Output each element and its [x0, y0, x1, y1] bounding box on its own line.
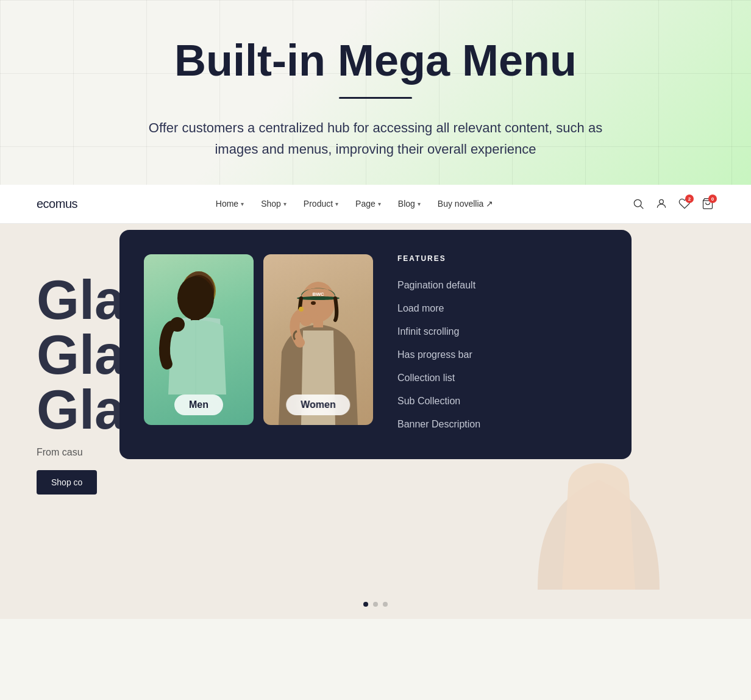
nav-item-product[interactable]: Product ▾ [304, 199, 338, 209]
features-title: FEATURES [397, 254, 607, 263]
logo-text: ecomus [37, 197, 77, 210]
nav-link-product[interactable]: Product ▾ [304, 199, 338, 209]
hero-line-3: Gla [37, 382, 125, 437]
hero-subtitle: Offer customers a centralized hub for ac… [144, 117, 607, 160]
mega-menu-features: FEATURES Pagination default Load more In… [391, 254, 607, 435]
svg-point-16 [300, 314, 312, 326]
dot-1[interactable] [363, 602, 368, 607]
cart-button[interactable]: 0 [701, 197, 714, 210]
hero-small-text: From casu [37, 447, 125, 458]
nav-item-home[interactable]: Home ▾ [216, 199, 244, 209]
feature-banner-description[interactable]: Banner Description [397, 414, 607, 435]
nav-menu: Home ▾ Shop ▾ Product ▾ Page ▾ Blog [216, 199, 493, 209]
svg-point-2 [660, 199, 664, 204]
nav-link-buy[interactable]: Buy novellia ↗ [438, 199, 493, 209]
nav-item-shop[interactable]: Shop ▾ [261, 199, 287, 209]
mega-menu-images: Men [144, 254, 373, 435]
svg-point-15 [311, 301, 316, 305]
hero-title: Built-in Mega Menu [49, 37, 702, 85]
cart-badge: 0 [708, 195, 717, 203]
women-card-label: Women [286, 395, 350, 415]
hero-divider [339, 97, 412, 99]
user-icon [655, 198, 667, 210]
dot-3[interactable] [383, 602, 388, 607]
menu-card-women[interactable]: BWC Women [263, 254, 373, 425]
search-icon [632, 198, 644, 210]
logo[interactable]: ecomus [37, 197, 77, 211]
feature-sub-collection[interactable]: Sub Collection [397, 391, 607, 412]
svg-point-0 [634, 199, 641, 207]
feature-load-more[interactable]: Load more [397, 298, 607, 319]
svg-text:BWC: BWC [312, 291, 324, 297]
svg-line-1 [641, 206, 644, 209]
feature-infinit-scrolling[interactable]: Infinit scrolling [397, 321, 607, 342]
nav-item-page[interactable]: Page ▾ [355, 199, 381, 209]
hero-big-text: Gla Gla Gla [37, 273, 125, 437]
dot-2[interactable] [373, 602, 378, 607]
chevron-down-icon: ▾ [418, 201, 421, 207]
nav-link-home[interactable]: Home ▾ [216, 199, 244, 209]
feature-collection-list[interactable]: Collection list [397, 368, 607, 388]
hero-text-overlay: Gla Gla Gla From casu Shop co [37, 273, 125, 495]
account-button[interactable] [655, 197, 668, 210]
search-button[interactable] [632, 197, 645, 210]
navbar: ecomus Home ▾ Shop ▾ Product ▾ Page ▾ [0, 185, 751, 224]
svg-point-11 [170, 317, 185, 332]
feature-has-progress-bar[interactable]: Has progress bar [397, 345, 607, 365]
nav-item-buy[interactable]: Buy novellia ↗ [438, 199, 493, 209]
svg-point-17 [299, 307, 304, 312]
wishlist-button[interactable]: 2 [678, 197, 691, 210]
men-card-label: Men [174, 395, 223, 415]
chevron-down-icon: ▾ [241, 201, 244, 207]
wishlist-badge: 2 [685, 195, 694, 203]
navbar-icons: 2 0 [632, 197, 714, 210]
chevron-down-icon: ▾ [378, 201, 381, 207]
menu-card-men[interactable]: Men [144, 254, 254, 425]
hero-line-2: Gla [37, 327, 125, 382]
nav-link-page[interactable]: Page ▾ [355, 199, 381, 209]
features-list: Pagination default Load more Infinit scr… [397, 275, 607, 435]
mega-menu: Men [119, 230, 632, 459]
hero-section: Built-in Mega Menu Offer customers a cen… [0, 0, 751, 185]
feature-pagination-default[interactable]: Pagination default [397, 275, 607, 296]
shop-button[interactable]: Shop co [37, 470, 97, 495]
nav-link-blog[interactable]: Blog ▾ [398, 199, 421, 209]
nav-link-shop[interactable]: Shop ▾ [261, 199, 287, 209]
page-content: Gla Gla Gla From casu Shop co [0, 224, 751, 590]
hero-line-1: Gla [37, 273, 125, 327]
svg-point-9 [177, 276, 214, 320]
nav-item-blog[interactable]: Blog ▾ [398, 199, 421, 209]
pagination-dots [0, 590, 751, 619]
chevron-down-icon: ▾ [335, 201, 338, 207]
chevron-down-icon: ▾ [283, 201, 287, 207]
